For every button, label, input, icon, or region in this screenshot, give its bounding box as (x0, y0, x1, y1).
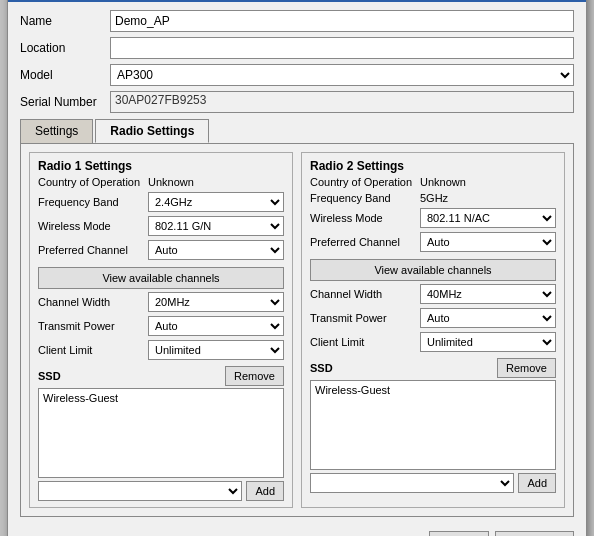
radio1-country-label: Country of Operation (38, 176, 148, 188)
radio1-transmit-label: Transmit Power (38, 320, 148, 332)
dialog-footer: OK Cancel (8, 525, 586, 537)
radio2-country-row: Country of Operation Unknown (310, 176, 556, 188)
radio1-add-row: Add (38, 481, 284, 501)
tabs: Settings Radio Settings (20, 119, 574, 143)
radio1-freq-label: Frequency Band (38, 196, 148, 208)
radio1-section: Radio 1 Settings Country of Operation Un… (29, 152, 293, 508)
serial-value: 30AP027FB9253 (110, 91, 574, 113)
tab-radio-settings[interactable]: Radio Settings (95, 119, 209, 143)
name-input[interactable] (110, 10, 574, 32)
radio2-channel-row: Preferred Channel Auto (310, 232, 556, 252)
radio1-view-channels-btn[interactable]: View available channels (38, 267, 284, 289)
radio1-width-select[interactable]: 20MHz (148, 292, 284, 312)
radio1-client-label: Client Limit (38, 344, 148, 356)
radio2-transmit-select[interactable]: Auto (420, 308, 556, 328)
serial-row: Serial Number 30AP027FB9253 (20, 91, 574, 113)
radio1-add-btn[interactable]: Add (246, 481, 284, 501)
radio1-channel-select[interactable]: Auto (148, 240, 284, 260)
dialog-body: Name Location Model AP300 Serial Number … (8, 2, 586, 525)
location-row: Location (20, 37, 574, 59)
radio2-ssd-header: SSD Remove (310, 358, 556, 378)
radio1-client-row: Client Limit Unlimited (38, 340, 284, 360)
tab-content-radio: Radio 1 Settings Country of Operation Un… (20, 143, 574, 517)
radio1-country-row: Country of Operation Unknown (38, 176, 284, 188)
radio1-freq-row: Frequency Band 2.4GHz (38, 192, 284, 212)
ok-button[interactable]: OK (429, 531, 488, 537)
radio1-client-select[interactable]: Unlimited (148, 340, 284, 360)
radio2-ssd-section: SSD Remove Wireless-Guest Add (310, 358, 556, 493)
model-row: Model AP300 (20, 64, 574, 86)
radio2-width-label: Channel Width (310, 288, 420, 300)
radio2-country-value: Unknown (420, 176, 466, 188)
location-input[interactable] (110, 37, 574, 59)
radio1-channel-label: Preferred Channel (38, 244, 148, 256)
radio1-ssd-section: SSD Remove Wireless-Guest Add (38, 366, 284, 501)
radio2-freq-row: Frequency Band 5GHz (310, 192, 556, 204)
radio1-ssd-header: SSD Remove (38, 366, 284, 386)
radio2-add-row: Add (310, 473, 556, 493)
radio-columns: Radio 1 Settings Country of Operation Un… (29, 152, 565, 508)
radio2-channel-label: Preferred Channel (310, 236, 420, 248)
radio1-width-label: Channel Width (38, 296, 148, 308)
radio2-client-select[interactable]: Unlimited (420, 332, 556, 352)
radio2-add-btn[interactable]: Add (518, 473, 556, 493)
radio2-wireless-row: Wireless Mode 802.11 N/AC (310, 208, 556, 228)
tab-settings[interactable]: Settings (20, 119, 93, 143)
radio1-add-select[interactable] (38, 481, 242, 501)
model-select[interactable]: AP300 (110, 64, 574, 86)
radio1-remove-btn[interactable]: Remove (225, 366, 284, 386)
radio2-title: Radio 2 Settings (310, 159, 556, 173)
serial-label: Serial Number (20, 95, 110, 109)
radio1-ssd-list: Wireless-Guest (38, 388, 284, 478)
radio2-country-label: Country of Operation (310, 176, 420, 188)
radio1-title: Radio 1 Settings (38, 159, 284, 173)
radio2-ssd-label: SSD (310, 362, 333, 374)
radio2-add-select[interactable] (310, 473, 514, 493)
list-item: Wireless-Guest (315, 383, 551, 397)
radio1-country-value: Unknown (148, 176, 194, 188)
radio1-freq-select[interactable]: 2.4GHz (148, 192, 284, 212)
radio1-transmit-row: Transmit Power Auto (38, 316, 284, 336)
model-label: Model (20, 68, 110, 82)
radio2-width-select[interactable]: 40MHz (420, 284, 556, 304)
radio2-wireless-select[interactable]: 802.11 N/AC (420, 208, 556, 228)
radio2-client-label: Client Limit (310, 336, 420, 348)
radio2-section: Radio 2 Settings Country of Operation Un… (301, 152, 565, 508)
location-label: Location (20, 41, 110, 55)
edit-access-point-dialog: R Edit Access Point X Name Location Mode… (7, 0, 587, 536)
name-row: Name (20, 10, 574, 32)
radio1-channel-row: Preferred Channel Auto (38, 240, 284, 260)
radio2-client-row: Client Limit Unlimited (310, 332, 556, 352)
radio1-transmit-select[interactable]: Auto (148, 316, 284, 336)
radio1-ssd-label: SSD (38, 370, 61, 382)
radio1-width-row: Channel Width 20MHz (38, 292, 284, 312)
radio2-width-row: Channel Width 40MHz (310, 284, 556, 304)
radio1-wireless-row: Wireless Mode 802.11 G/N (38, 216, 284, 236)
radio2-channel-select[interactable]: Auto (420, 232, 556, 252)
radio2-freq-value: 5GHz (420, 192, 448, 204)
cancel-button[interactable]: Cancel (495, 531, 574, 537)
radio2-freq-label: Frequency Band (310, 192, 420, 204)
radio2-wireless-label: Wireless Mode (310, 212, 420, 224)
radio2-view-channels-btn[interactable]: View available channels (310, 259, 556, 281)
radio1-wireless-select[interactable]: 802.11 G/N (148, 216, 284, 236)
radio2-ssd-list: Wireless-Guest (310, 380, 556, 470)
list-item: Wireless-Guest (43, 391, 279, 405)
radio2-transmit-label: Transmit Power (310, 312, 420, 324)
radio1-wireless-label: Wireless Mode (38, 220, 148, 232)
radio2-transmit-row: Transmit Power Auto (310, 308, 556, 328)
name-label: Name (20, 14, 110, 28)
radio2-remove-btn[interactable]: Remove (497, 358, 556, 378)
